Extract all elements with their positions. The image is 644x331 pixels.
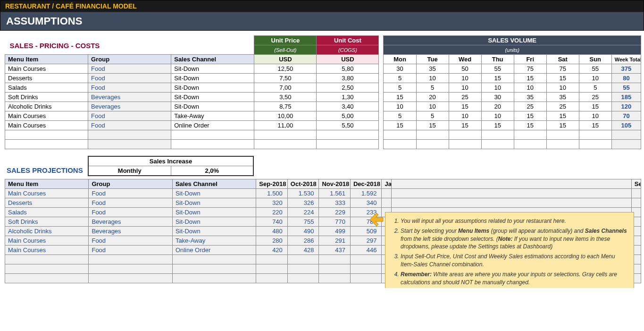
price-cell[interactable]: 12,50 [254,64,317,74]
volume-cell[interactable]: 15 [384,121,416,130]
volume-cell[interactable]: 10 [546,83,579,93]
menu-item-cell[interactable]: Salads [5,83,88,93]
volume-cell[interactable]: 10 [514,83,546,93]
volume-cell[interactable]: 10 [449,74,481,83]
channel-cell[interactable]: Sit-Down [171,74,254,83]
group-cell: Food [88,64,171,74]
price-cell[interactable]: 8,75 [254,102,317,111]
projection-cell: 320 [256,198,288,208]
cost-cell[interactable]: 3,40 [317,102,379,111]
volume-cell[interactable]: 10 [449,111,481,121]
cost-cell[interactable]: 3,80 [317,74,379,83]
volume-cell[interactable]: 35 [546,93,579,102]
volume-cell[interactable]: 10 [481,83,514,93]
volume-cell[interactable]: 55 [481,64,514,74]
sales-volume-header: SALES VOLUME [384,36,641,45]
projection-cell: 509 [350,227,382,236]
cost-cell[interactable]: 2,50 [317,83,379,93]
volume-cell[interactable]: 25 [546,102,579,111]
projection-cell: 280 [256,236,288,246]
group-cell: Beverages [89,227,172,236]
volume-cell[interactable]: 55 [579,64,611,74]
projection-cell: 1.592 [350,189,382,198]
volume-cell[interactable]: 75 [546,64,579,74]
volume-cell[interactable]: 15 [384,93,416,102]
volume-cell[interactable]: 5 [384,83,416,93]
volume-cell[interactable]: 25 [449,93,481,102]
volume-cell[interactable]: 35 [416,64,449,74]
section-sales-pricing-costs: SALES - PRICING - COSTS [8,38,251,53]
cost-cell[interactable]: 5,00 [317,111,379,121]
volume-cell[interactable]: 35 [514,93,546,102]
channel-cell[interactable]: Sit-Down [171,64,254,74]
menu-item-cell[interactable]: Main Courses [5,111,88,121]
volume-cell[interactable]: 5 [384,111,416,121]
volume-cell[interactable]: 25 [514,102,546,111]
price-cell[interactable]: 3,50 [254,93,317,102]
volume-cell[interactable]: 10 [416,74,449,83]
volume-cell[interactable]: 30 [384,64,416,74]
channel-cell[interactable]: Sit-Down [171,93,254,102]
menu-item-cell: Main Courses [5,246,89,255]
volume-cell[interactable]: 25 [579,93,611,102]
volume-cell[interactable]: 5 [384,74,416,83]
week-total-cell: 70 [611,111,641,121]
volume-cell[interactable]: 20 [416,93,449,102]
volume-cell[interactable]: 50 [449,64,481,74]
menu-item-cell[interactable]: Main Courses [5,121,88,130]
menu-item-cell[interactable]: Soft Drinks [5,93,88,102]
menu-item-cell: Desserts [5,198,89,208]
volume-cell[interactable]: 15 [514,121,546,130]
price-cell[interactable]: 11,00 [254,121,317,130]
volume-cell[interactable]: 15 [449,102,481,111]
volume-cell[interactable]: 5 [416,111,449,121]
page-title: ASSUMPTIONS [0,12,644,30]
cost-cell[interactable]: 5,50 [317,121,379,130]
menu-item-cell[interactable]: Main Courses [5,64,88,74]
sales-increase-box: Sales Increase Monthly 2,0% [88,156,254,176]
channel-cell[interactable]: Sit-Down [171,102,254,111]
volume-cell[interactable]: 10 [416,102,449,111]
volume-cell[interactable]: 20 [481,102,514,111]
volume-cell[interactable]: 15 [481,74,514,83]
group-cell: Food [88,121,171,130]
volume-cell[interactable]: 15 [579,121,611,130]
volume-cell[interactable]: 15 [579,102,611,111]
week-total-cell: 375 [611,64,641,74]
projection-cell: 340 [350,198,382,208]
projection-cell: 229 [319,208,351,217]
channel-cell[interactable]: Sit-Down [171,83,254,93]
volume-cell[interactable]: 15 [546,74,579,83]
week-total-cell: 55 [611,83,641,93]
price-cell[interactable]: 7,00 [254,83,317,93]
menu-item-cell[interactable]: Desserts [5,74,88,83]
volume-cell[interactable]: 15 [546,111,579,121]
volume-cell[interactable]: 30 [481,93,514,102]
volume-cell[interactable]: 15 [449,121,481,130]
channel-cell[interactable]: Take-Away [171,111,254,121]
volume-cell[interactable]: 15 [514,111,546,121]
volume-cell[interactable]: 15 [546,121,579,130]
menu-item-cell: Soft Drinks [5,217,89,227]
volume-cell[interactable]: 10 [384,102,416,111]
week-total-cell: 80 [611,74,641,83]
volume-cell[interactable]: 15 [514,74,546,83]
price-cell[interactable]: 10,00 [254,111,317,121]
sales-increase-value[interactable]: 2,0% [171,166,253,176]
volume-cell[interactable]: 5 [579,83,611,93]
cost-cell[interactable]: 5,80 [317,64,379,74]
menu-item-cell[interactable]: Alcoholic Drinks [5,102,88,111]
volume-cell[interactable]: 75 [514,64,546,74]
volume-cell[interactable]: 10 [449,83,481,93]
cost-cell[interactable]: 1,30 [317,93,379,102]
volume-cell[interactable]: 10 [579,111,611,121]
volume-cell[interactable]: 15 [481,121,514,130]
volume-cell[interactable]: 15 [416,121,449,130]
menu-item-cell: Salads [5,208,89,217]
volume-cell[interactable]: 10 [579,74,611,83]
group-cell: Food [89,246,172,255]
volume-cell[interactable]: 5 [416,83,449,93]
volume-cell[interactable]: 10 [481,111,514,121]
channel-cell[interactable]: Online Order [171,121,254,130]
price-cell[interactable]: 7,50 [254,74,317,83]
